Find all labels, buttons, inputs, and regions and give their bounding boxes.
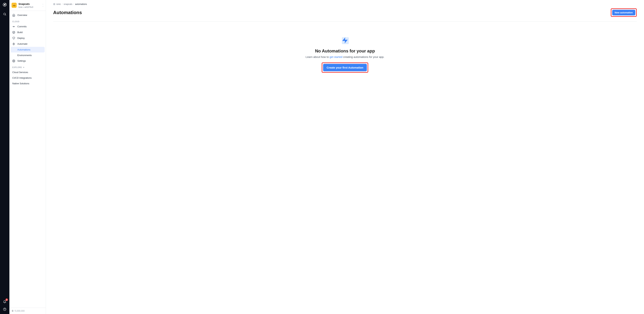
sidebar-item-label: Native Solutions xyxy=(12,82,29,85)
highlight-annotation: New automation xyxy=(611,8,637,17)
sidebar-item-label: Automations xyxy=(17,48,30,51)
diamond-icon xyxy=(12,37,15,40)
cube-icon xyxy=(12,31,15,34)
org-icon xyxy=(53,3,55,5)
sidebar-section-explore: EXPLORE ✦ xyxy=(10,64,45,70)
sidebar-item-automations[interactable]: Automations xyxy=(10,47,45,53)
gear-icon xyxy=(12,60,15,62)
breadcrumb-current: automations xyxy=(75,3,87,6)
main-content: ionic / snapcats / automations Automatio… xyxy=(46,0,644,314)
sidebar-item-automate[interactable]: Automate xyxy=(10,41,45,47)
new-automation-button[interactable]: New automation xyxy=(612,10,635,15)
highlight-annotation: Create your first Automation xyxy=(322,62,368,73)
sidebar-section-cloud: CLOUD xyxy=(10,18,45,24)
sidebar-item-label: Settings xyxy=(17,60,26,62)
sidebar: 🐱 Snapcats Ionic • a41075c0 ⌃⌃ Overview … xyxy=(10,0,46,314)
project-name: Snapcats xyxy=(18,3,42,6)
help-icon[interactable] xyxy=(2,307,7,311)
sidebar-item-environments[interactable]: Environments xyxy=(10,53,45,58)
breadcrumb-app[interactable]: snapcats xyxy=(64,3,72,6)
notifications-icon[interactable]: 1 xyxy=(2,299,7,304)
usage-limit: 5,000,000 xyxy=(15,310,24,312)
project-meta: Ionic • a41075c0 xyxy=(18,6,42,8)
sidebar-item-label: Cloud Services xyxy=(12,71,28,74)
sidebar-item-label: Environments xyxy=(17,54,32,57)
sidebar-item-label: Automate xyxy=(17,43,28,45)
empty-state-title: No Automations for your app xyxy=(294,49,396,54)
sidebar-item-label: Deploy xyxy=(17,37,24,40)
sidebar-item-label: CI/CD Integrations xyxy=(12,77,32,79)
usage-current: 0 xyxy=(12,310,13,312)
bolt-icon xyxy=(12,43,15,45)
sidebar-item-settings[interactable]: Settings xyxy=(10,58,45,64)
svg-line-4 xyxy=(5,15,6,15)
empty-state-subtitle: Learn about how to get started creating … xyxy=(294,55,396,59)
commit-icon xyxy=(12,25,15,28)
sidebar-item-cloud-services[interactable]: Cloud Services xyxy=(10,70,45,75)
sidebar-item-deploy[interactable]: Deploy xyxy=(10,35,45,41)
app-rail: 1 xyxy=(0,0,10,314)
chevron-up-down-icon: ⌃⌃ xyxy=(42,4,44,6)
svg-point-1 xyxy=(4,4,5,5)
notification-badge: 1 xyxy=(6,298,8,301)
page-title: Automations xyxy=(53,10,82,15)
sparkle-icon: ✦ xyxy=(23,66,24,68)
empty-state: No Automations for your app Learn about … xyxy=(294,36,396,73)
sidebar-item-build[interactable]: Build xyxy=(10,30,45,35)
bolt-icon xyxy=(341,36,349,45)
svg-rect-13 xyxy=(54,4,55,5)
svg-point-12 xyxy=(14,61,14,61)
sidebar-item-label: Build xyxy=(17,31,22,34)
get-started-link[interactable]: get started xyxy=(330,55,342,59)
breadcrumb-org[interactable]: ionic xyxy=(56,3,61,6)
sidebar-item-cicd[interactable]: CI/CD Integrations xyxy=(10,75,45,81)
sidebar-item-label: Commits xyxy=(17,25,26,28)
project-switcher[interactable]: 🐱 Snapcats Ionic • a41075c0 ⌃⌃ xyxy=(10,0,46,11)
sidebar-item-commits[interactable]: Commits xyxy=(10,24,45,30)
search-icon[interactable] xyxy=(2,12,7,16)
svg-point-2 xyxy=(6,3,6,4)
sidebar-item-label: Overview xyxy=(17,14,27,17)
svg-marker-18 xyxy=(342,37,348,43)
sidebar-item-overview[interactable]: Overview xyxy=(10,12,45,18)
sidebar-item-native[interactable]: Native Solutions xyxy=(10,81,45,86)
ionic-logo-icon[interactable] xyxy=(2,3,7,7)
breadcrumb: ionic / snapcats / automations xyxy=(53,3,637,6)
create-first-automation-button[interactable]: Create your first Automation xyxy=(323,64,367,71)
project-avatar: 🐱 xyxy=(12,3,17,8)
svg-marker-11 xyxy=(13,43,15,45)
home-icon xyxy=(12,14,15,17)
usage-footer[interactable]: 0 / 5,000,000 xyxy=(10,308,46,314)
